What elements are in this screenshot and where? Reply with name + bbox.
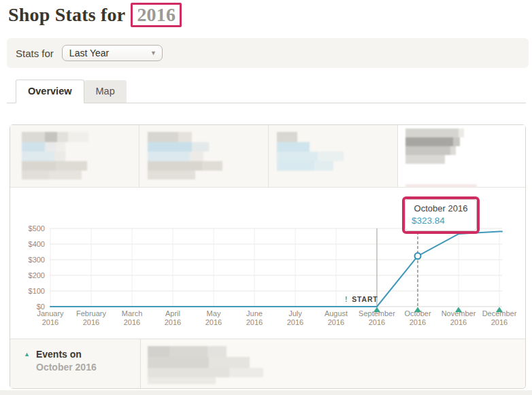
page-title: Shop Stats for 2016 [8,3,182,27]
stats-filter-bar: Stats for Last Year ▼ [7,38,529,68]
svg-text:$500: $500 [29,224,45,233]
tab-map[interactable]: Map [84,80,127,103]
triangle-up-icon: ▲ [24,351,30,358]
tooltip-date: October 2016 [412,203,470,213]
tooltip-value: $323.84 [412,216,470,226]
events-label-cell: ▲ Events on October 2016 [10,339,141,388]
page-footer-strip [0,390,532,395]
redacted-blur [277,132,344,171]
svg-text:$200: $200 [29,271,45,279]
revenue-chart: $0$100$200$300$400$500January2016Februar… [10,188,525,339]
svg-text:April2016: April2016 [165,309,181,326]
tab-bar: Overview Map [7,80,526,103]
selected-period: Last Year [69,48,109,58]
page-title-text: Shop Stats for [8,4,125,26]
events-date: October 2016 [36,362,140,373]
svg-text:March2016: March2016 [122,309,143,326]
revenue-line-chart: $0$100$200$300$400$500January2016Februar… [10,223,527,335]
redacted-blur [405,128,464,164]
svg-text:January2016: January2016 [37,309,64,326]
svg-text:$300: $300 [29,256,45,264]
tooltip-highlight-annotation: October 2016 $323.84 [402,196,480,234]
svg-text:May2016: May2016 [205,309,222,326]
chevron-down-icon: ▼ [150,50,156,56]
svg-text:$400: $400 [29,240,45,248]
redacted-blur [148,346,263,384]
tab-overview[interactable]: Overview [16,80,84,103]
svg-text:February2016: February2016 [76,309,107,326]
stats-panel: $0$100$200$300$400$500January2016Februar… [10,124,526,389]
svg-text:June2016: June2016 [246,309,263,326]
events-content-redacted [141,339,525,388]
svg-text:!START: !START [345,295,378,303]
stats-period-select[interactable]: Last Year ▼ [62,45,163,61]
redacted-blur [148,132,222,179]
stat-cards-row [10,125,525,188]
stat-card-3-redacted [269,125,398,187]
stat-card-2-redacted [139,125,269,187]
stats-for-label: Stats for [16,48,54,59]
svg-text:$100: $100 [29,287,45,295]
redacted-blur [22,132,88,179]
events-on-label: Events on [36,349,82,360]
events-section: ▲ Events on October 2016 [10,339,525,388]
title-year-highlight: 2016 [131,3,182,27]
stat-card-1-redacted [10,125,139,187]
stat-card-4-redacted [398,125,525,187]
svg-text:July2016: July2016 [287,309,303,326]
chart-tooltip: October 2016 $323.84 [405,199,477,231]
svg-text:August2016: August2016 [325,309,348,326]
